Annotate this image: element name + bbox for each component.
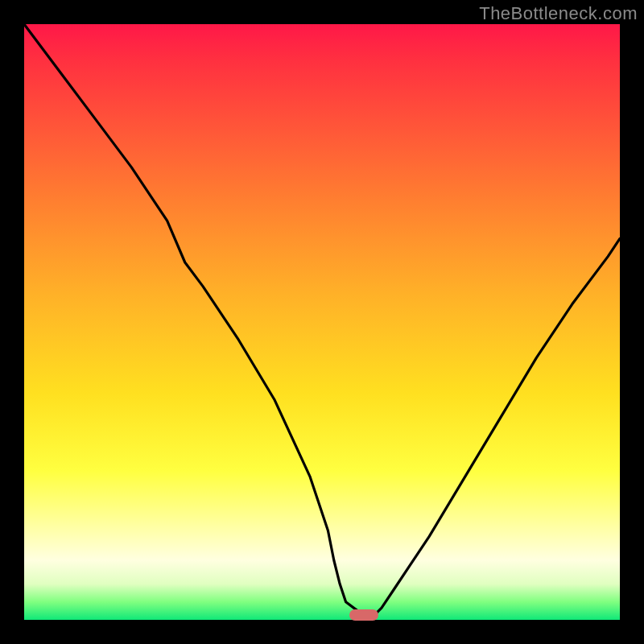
chart-frame: TheBottleneck.com xyxy=(0,0,644,644)
plot-area xyxy=(24,24,620,620)
watermark-text: TheBottleneck.com xyxy=(479,3,638,24)
bottleneck-marker xyxy=(349,609,378,621)
bottleneck-curve xyxy=(24,24,620,620)
